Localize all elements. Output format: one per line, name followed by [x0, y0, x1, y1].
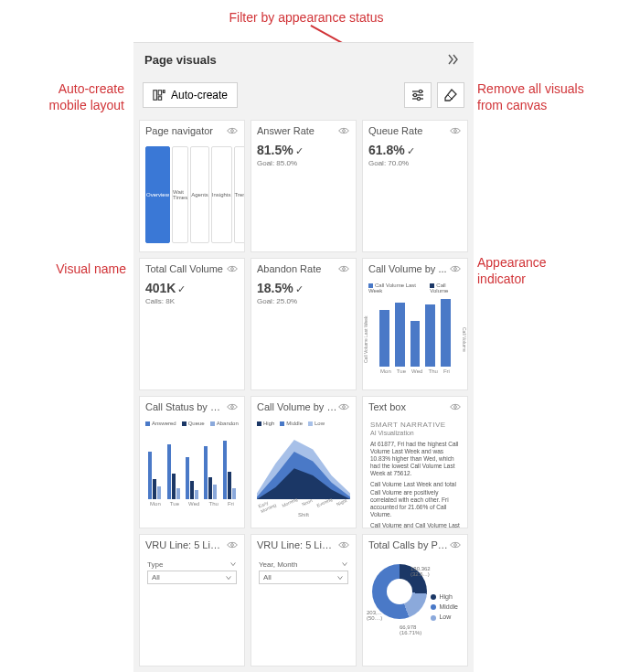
filter-button[interactable]	[404, 82, 432, 108]
kpi-value: 81.5%	[257, 143, 293, 157]
svg-point-17	[231, 406, 234, 409]
visual-tile[interactable]: Answer Rate81.5%✓Goal: 85.0%	[251, 120, 357, 252]
svg-point-22	[454, 544, 457, 547]
kpi-goal: Goal: 25.0%	[257, 297, 350, 305]
tile-title: Abandon Rate	[257, 263, 337, 274]
nav-page[interactable]: Overview	[145, 146, 170, 243]
tile-title: VRU Line: 5 Line...	[257, 539, 337, 550]
page-visuals-panel: Page visuals Auto-create	[133, 42, 474, 672]
svg-rect-3	[163, 91, 165, 93]
svg-point-20	[231, 544, 234, 547]
visual-tile[interactable]: Call Volume by ...Call Volume Last WeekC…	[362, 258, 468, 390]
tile-title: Text box	[368, 401, 449, 412]
tile-header: Call Volume by ...	[363, 259, 467, 279]
nav-page[interactable]: Insights	[211, 146, 232, 243]
auto-create-button[interactable]: Auto-create	[143, 82, 238, 108]
appearance-indicator[interactable]	[337, 124, 350, 137]
visual-tile[interactable]: Total Call Volume401K✓Calls: 8K	[139, 258, 245, 390]
appearance-indicator[interactable]	[449, 262, 462, 275]
narrative-text: SMART NARRATIVEAI VisualizationAt 61877,…	[368, 419, 462, 528]
svg-rect-1	[158, 91, 162, 95]
tile-body: Call Volume Last WeekCall VolumeCall Vol…	[363, 279, 467, 389]
eye-icon	[449, 539, 462, 551]
visual-tile[interactable]: Total Calls by Pri...HighMiddleLow130,36…	[362, 534, 468, 667]
tile-header: VRU Line: 5 Line...	[251, 535, 356, 555]
appearance-indicator[interactable]	[226, 539, 239, 551]
appearance-indicator[interactable]	[226, 124, 239, 137]
tile-body: HighMiddleLowEarly MorningMorningNoonEve…	[251, 417, 356, 528]
x-labels: MonTueWedThuFri	[145, 499, 239, 507]
tile-header: Total Call Volume	[140, 259, 244, 279]
chart-bars	[368, 295, 462, 367]
tile-header: Queue Rate	[363, 121, 467, 141]
nav-page[interactable]: Trends	[234, 146, 245, 243]
appearance-indicator[interactable]	[449, 400, 462, 413]
nav-page[interactable]: Wait Times	[172, 146, 188, 243]
chart-legend: Call Volume Last WeekCall Volume	[368, 281, 462, 295]
nav-page[interactable]: Agents	[190, 146, 209, 243]
appearance-indicator[interactable]	[337, 400, 350, 413]
y-axis-left: Call Volume Last Week	[363, 303, 370, 377]
eraser-icon	[443, 88, 458, 102]
tile-header: VRU Line: 5 Line...	[140, 535, 244, 555]
y-axis-right: Call Volume	[460, 303, 467, 377]
tile-title: Call Volume by ...	[368, 263, 449, 274]
visual-tile[interactable]: Call Status by W...AnsweredQueueAbandonM…	[139, 396, 245, 528]
visual-tile[interactable]: VRU Line: 5 Line...Year, MonthAll	[251, 534, 357, 667]
visual-tile[interactable]: Call Volume by S...HighMiddleLowEarly Mo…	[251, 396, 357, 528]
appearance-indicator[interactable]	[337, 262, 350, 275]
kpi-goal: Calls: 8K	[145, 297, 239, 305]
tile-body: TypeAll	[140, 555, 244, 666]
x-labels: Early MorningMorningNoonEveningNight	[257, 497, 350, 510]
tile-title: Total Call Volume	[145, 263, 226, 274]
slicer-dropdown[interactable]: All	[259, 571, 348, 584]
panel-toolbar: Auto-create	[133, 76, 474, 114]
slicer: Year, MonthAll	[257, 557, 350, 588]
eye-icon	[449, 262, 462, 275]
slicer: TypeAll	[145, 557, 239, 588]
appearance-indicator[interactable]	[449, 539, 462, 551]
nav-cells: OverviewWait TimesAgentsInsightsTrends	[145, 143, 239, 243]
check-icon: ✓	[295, 145, 304, 156]
tile-body: 18.5%✓Goal: 25.0%	[251, 279, 356, 389]
annotation-autocreate: Auto-createmobile layout	[7, 80, 124, 113]
tile-title: Queue Rate	[368, 125, 449, 136]
annotation-removeall: Remove all visualsfrom canvas	[477, 80, 624, 113]
svg-point-16	[454, 268, 457, 271]
tile-body: SMART NARRATIVEAI VisualizationAt 61877,…	[363, 417, 467, 528]
svg-point-19	[454, 406, 457, 409]
svg-rect-0	[154, 91, 157, 101]
tile-body: HighMiddleLow130,362(32.5...)66,978(16.7…	[363, 555, 467, 666]
svg-point-8	[413, 93, 416, 96]
visual-tile[interactable]: Text boxSMART NARRATIVEAI VisualizationA…	[362, 396, 468, 528]
layout-icon	[153, 89, 165, 101]
expand-panel-button[interactable]	[444, 50, 463, 69]
visual-tile[interactable]: VRU Line: 5 Line...TypeAll	[139, 534, 245, 667]
slicer-dropdown[interactable]: All	[147, 571, 237, 584]
svg-point-12	[343, 130, 346, 133]
tile-header: Total Calls by Pri...	[363, 535, 467, 555]
eye-icon	[226, 539, 239, 551]
visual-tile[interactable]: Abandon Rate18.5%✓Goal: 25.0%	[251, 258, 357, 390]
svg-point-7	[419, 90, 421, 92]
auto-create-label: Auto-create	[171, 89, 228, 101]
x-axis-label: Shift	[257, 512, 350, 517]
appearance-indicator[interactable]	[226, 400, 239, 413]
tile-header: Call Status by W...	[140, 397, 244, 417]
eye-icon	[337, 539, 350, 551]
panel-header: Page visuals	[133, 43, 474, 76]
appearance-indicator[interactable]	[337, 539, 350, 551]
appearance-indicator[interactable]	[226, 262, 239, 275]
tile-title: Call Volume by S...	[257, 401, 337, 412]
erase-button[interactable]	[437, 82, 464, 108]
annotation-visualname: Visual name	[16, 261, 126, 277]
visual-tile[interactable]: Page navigatorOverviewWait TimesAgentsIn…	[139, 120, 245, 252]
slicer-field: Type	[147, 560, 163, 569]
eye-icon	[226, 262, 239, 275]
appearance-indicator[interactable]	[449, 124, 462, 137]
svg-point-15	[343, 268, 346, 271]
svg-point-14	[231, 268, 234, 271]
visual-tile[interactable]: Queue Rate61.8%✓Goal: 70.0%	[362, 120, 468, 252]
tile-title: Answer Rate	[257, 125, 337, 136]
eye-icon	[449, 124, 462, 137]
